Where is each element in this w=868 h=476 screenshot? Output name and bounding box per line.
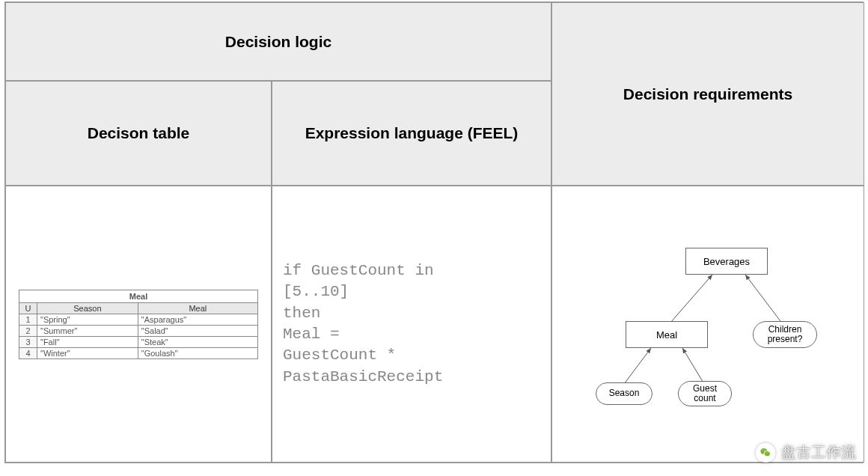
node-season: Season — [596, 382, 652, 405]
svg-line-0 — [670, 275, 712, 323]
table-row: 2 "Summer" "Salad" — [19, 325, 258, 336]
table-row: 1 "Spring" "Asparagus" — [19, 314, 258, 325]
watermark: 盘古工作流 — [756, 442, 856, 463]
decision-table-cell: Meal U Season Meal 1 "Spring" "Aspa — [5, 186, 272, 463]
svg-line-2 — [624, 348, 651, 384]
watermark-text: 盘古工作流 — [781, 442, 856, 463]
feel-code: if GuestCount in [5..10] then Meal = Gue… — [278, 260, 545, 388]
header-decision-logic: Decision logic — [5, 2, 551, 81]
dmn-diagram: Beverages Meal Children present? Season … — [573, 227, 843, 421]
decision-table-grid: U Season Meal 1 "Spring" "Asparagus" 2 — [19, 302, 258, 359]
svg-line-1 — [745, 275, 783, 324]
table-row: 4 "Winter" "Goulash" — [19, 347, 258, 358]
decision-table-title: Meal — [19, 290, 258, 302]
node-children: Children present? — [753, 321, 817, 348]
wechat-icon — [756, 443, 775, 463]
header-decision-requirements: Decision requirements — [551, 2, 864, 186]
col-season: Season — [37, 302, 138, 314]
feel-cell: if GuestCount in [5..10] then Meal = Gue… — [272, 186, 551, 463]
node-meal: Meal — [626, 321, 708, 348]
dmn-cell: Beverages Meal Children present? Season … — [551, 186, 864, 463]
hit-policy-cell: U — [19, 302, 37, 314]
col-meal: Meal — [138, 302, 257, 314]
header-decision-table: Decison table — [5, 81, 272, 186]
header-feel: Expression language (FEEL) — [272, 81, 551, 186]
node-guestcount: Guest count — [678, 381, 732, 406]
table-row: 3 "Fall" "Steak" — [19, 336, 258, 347]
decision-table: Meal U Season Meal 1 "Spring" "Aspa — [19, 290, 258, 359]
svg-line-3 — [682, 348, 704, 384]
node-beverages: Beverages — [685, 248, 768, 275]
